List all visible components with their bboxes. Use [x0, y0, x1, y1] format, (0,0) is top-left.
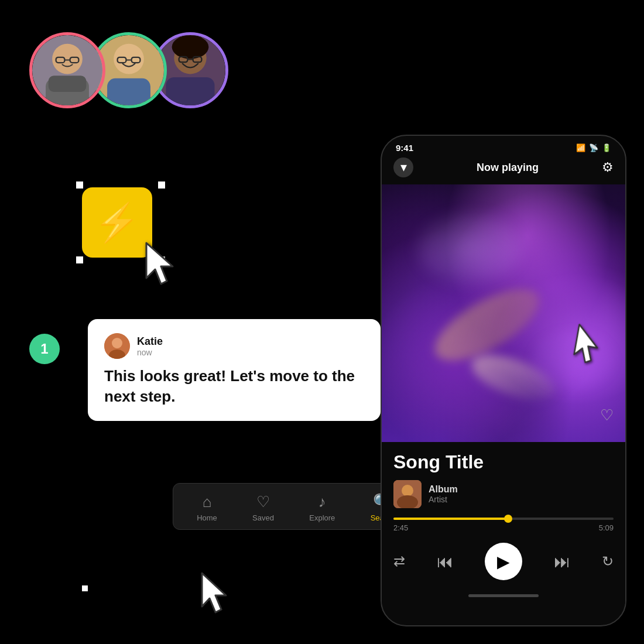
progress-section: 2:45 5:09 — [382, 513, 625, 537]
wifi-icon: 📡 — [589, 143, 598, 152]
song-title-row: Song Title — [393, 451, 614, 473]
chat-message-text: This looks great! Let's move to the next… — [104, 366, 364, 407]
svg-marker-25 — [573, 324, 601, 364]
time-row: 2:45 5:09 — [393, 523, 614, 532]
home-icon: ⌂ — [203, 493, 212, 511]
explore-icon: ♪ — [318, 493, 326, 511]
chat-sender-info: Katie now — [137, 335, 163, 357]
fluid-blob-1 — [417, 214, 522, 284]
nav-corner-bl — [82, 585, 88, 591]
nav-item-saved[interactable]: ♡ Saved — [252, 493, 274, 522]
chat-sender-avatar — [104, 333, 130, 359]
album-name: Album — [429, 484, 458, 495]
play-button[interactable]: ▶ — [485, 543, 522, 580]
album-art: ♡ — [382, 184, 625, 442]
repeat-icon[interactable]: ↻ — [602, 553, 614, 570]
status-bar: 9:41 📶 📡 🔋 — [382, 136, 625, 153]
player-controls: ⇄ ⏮ ▶ ⏭ ↻ — [382, 537, 625, 590]
album-info: Album Artist — [429, 484, 458, 504]
lightning-symbol: ⚡ — [94, 204, 141, 241]
chat-sender-name: Katie — [137, 335, 163, 348]
nav-label-saved: Saved — [252, 513, 274, 522]
svg-rect-9 — [107, 78, 150, 105]
bottom-indicator — [382, 590, 625, 604]
saved-icon: ♡ — [256, 493, 270, 511]
selection-handle-tr — [158, 181, 165, 189]
song-title: Song Title — [393, 451, 484, 473]
album-row: Album Artist — [393, 480, 614, 508]
settings-icon[interactable]: ⚙ — [602, 160, 614, 175]
nav-label-home: Home — [197, 513, 217, 522]
cursor-arrow-icon — [143, 240, 184, 293]
progress-track[interactable] — [393, 518, 614, 520]
svg-rect-3 — [49, 76, 87, 92]
next-icon[interactable]: ⏭ — [554, 552, 570, 571]
progress-thumb — [504, 515, 512, 523]
avatars-group — [29, 32, 214, 108]
chat-timestamp: now — [137, 348, 163, 357]
svg-point-16 — [172, 35, 209, 59]
play-icon: ▶ — [497, 552, 510, 571]
time-current: 2:45 — [393, 523, 408, 532]
svg-point-27 — [402, 485, 413, 496]
shuffle-icon[interactable]: ⇄ — [393, 553, 405, 570]
nav-label-explore: Explore — [309, 513, 335, 522]
home-indicator-bar — [468, 594, 539, 597]
album-thumbnail — [393, 480, 422, 508]
selection-handle-tl — [76, 181, 83, 189]
lightning-icon-box[interactable]: ⚡ — [82, 187, 152, 258]
chat-bubble: Katie now This looks great! Let's move t… — [88, 319, 381, 421]
icon-area: ⚡ — [76, 181, 158, 263]
selection-box: ⚡ — [76, 181, 158, 263]
progress-fill — [393, 518, 508, 520]
svg-marker-20 — [146, 243, 173, 284]
player-top-bar: ▾ Now playing ⚙ — [382, 153, 625, 184]
nav-item-home[interactable]: ⌂ Home — [197, 493, 217, 522]
nav-item-explore[interactable]: ♪ Explore — [309, 493, 335, 522]
selection-handle-bl — [76, 256, 83, 263]
signal-icon: 📶 — [576, 143, 585, 152]
notification-badge: 1 — [29, 334, 60, 364]
svg-rect-15 — [166, 77, 214, 105]
status-icons: 📶 📡 🔋 — [576, 143, 611, 152]
svg-marker-24 — [202, 573, 226, 612]
battery-icon: 🔋 — [602, 143, 611, 152]
collapse-button[interactable]: ▾ — [393, 157, 413, 177]
prev-icon[interactable]: ⏮ — [437, 552, 453, 571]
album-thumb-art — [393, 480, 422, 508]
song-info: Song Title Album Artist — [382, 442, 625, 513]
heart-icon[interactable]: ♡ — [600, 406, 614, 424]
time-total: 5:09 — [599, 523, 614, 532]
svg-point-22 — [112, 338, 122, 348]
now-playing-label: Now playing — [477, 162, 539, 174]
nav-cursor-icon — [199, 570, 237, 619]
avatar-1[interactable] — [29, 32, 105, 108]
music-player-phone: 9:41 📶 📡 🔋 ▾ Now playing ⚙ ♡ Song — [381, 135, 626, 626]
status-time: 9:41 — [396, 143, 413, 153]
chat-header: Katie now — [104, 333, 364, 359]
artist-name: Artist — [429, 495, 458, 504]
